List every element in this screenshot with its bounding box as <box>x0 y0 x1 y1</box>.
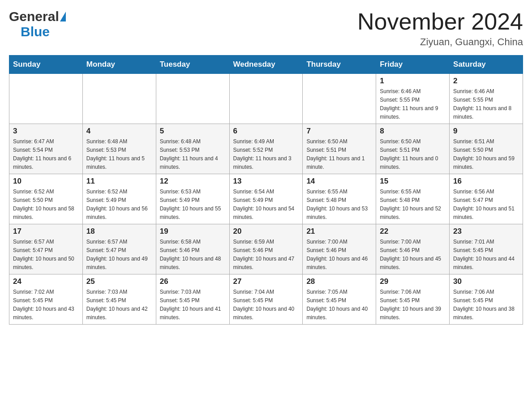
calendar-cell <box>156 74 229 124</box>
header-saturday: Saturday <box>450 56 523 74</box>
day-number: 18 <box>86 227 152 236</box>
calendar-cell: 13Sunrise: 6:54 AM Sunset: 5:49 PM Dayli… <box>229 174 303 224</box>
calendar-cell: 22Sunrise: 7:00 AM Sunset: 5:46 PM Dayli… <box>376 224 450 274</box>
day-info: Sunrise: 6:51 AM Sunset: 5:50 PM Dayligh… <box>453 138 515 170</box>
calendar-cell: 15Sunrise: 6:55 AM Sunset: 5:48 PM Dayli… <box>376 174 450 224</box>
day-info: Sunrise: 6:56 AM Sunset: 5:47 PM Dayligh… <box>453 188 515 220</box>
calendar-cell: 16Sunrise: 6:56 AM Sunset: 5:47 PM Dayli… <box>450 174 523 224</box>
day-number: 25 <box>86 277 152 286</box>
day-info: Sunrise: 6:48 AM Sunset: 5:53 PM Dayligh… <box>160 138 218 170</box>
header-tuesday: Tuesday <box>156 56 229 74</box>
day-info: Sunrise: 7:01 AM Sunset: 5:45 PM Dayligh… <box>453 239 515 270</box>
calendar-cell: 9Sunrise: 6:51 AM Sunset: 5:50 PM Daylig… <box>450 124 523 174</box>
day-info: Sunrise: 7:06 AM Sunset: 5:45 PM Dayligh… <box>380 289 441 321</box>
calendar-cell: 5Sunrise: 6:48 AM Sunset: 5:53 PM Daylig… <box>156 124 229 174</box>
day-number: 7 <box>306 127 372 136</box>
calendar-cell <box>82 74 156 124</box>
calendar-week-row: 24Sunrise: 7:02 AM Sunset: 5:45 PM Dayli… <box>9 274 523 325</box>
day-number: 5 <box>160 127 226 136</box>
day-info: Sunrise: 7:02 AM Sunset: 5:45 PM Dayligh… <box>13 289 74 321</box>
day-info: Sunrise: 6:52 AM Sunset: 5:50 PM Dayligh… <box>13 188 74 220</box>
day-number: 20 <box>233 227 299 236</box>
calendar-week-row: 3Sunrise: 6:47 AM Sunset: 5:54 PM Daylig… <box>9 124 523 174</box>
calendar-cell: 25Sunrise: 7:03 AM Sunset: 5:45 PM Dayli… <box>82 274 156 325</box>
day-number: 17 <box>13 227 79 236</box>
calendar-cell <box>229 74 303 124</box>
logo-general-text: General <box>9 9 59 24</box>
day-info: Sunrise: 6:59 AM Sunset: 5:46 PM Dayligh… <box>233 239 295 270</box>
calendar-week-row: 10Sunrise: 6:52 AM Sunset: 5:50 PM Dayli… <box>9 174 523 224</box>
calendar-cell: 3Sunrise: 6:47 AM Sunset: 5:54 PM Daylig… <box>9 124 83 174</box>
calendar-cell <box>303 74 376 124</box>
calendar-week-row: 1Sunrise: 6:46 AM Sunset: 5:55 PM Daylig… <box>9 74 523 124</box>
day-info: Sunrise: 6:48 AM Sunset: 5:53 PM Dayligh… <box>86 138 145 170</box>
day-number: 29 <box>380 277 446 286</box>
day-number: 14 <box>306 177 372 186</box>
calendar-cell: 26Sunrise: 7:03 AM Sunset: 5:45 PM Dayli… <box>156 274 229 325</box>
logo: General Blue <box>9 9 66 39</box>
calendar-cell: 7Sunrise: 6:50 AM Sunset: 5:51 PM Daylig… <box>303 124 376 174</box>
calendar-cell: 28Sunrise: 7:05 AM Sunset: 5:45 PM Dayli… <box>303 274 376 325</box>
day-info: Sunrise: 6:50 AM Sunset: 5:51 PM Dayligh… <box>380 138 438 170</box>
month-title: November 2024 <box>357 9 523 34</box>
logo-triangle-icon <box>60 12 66 21</box>
header-monday: Monday <box>82 56 156 74</box>
calendar-table: SundayMondayTuesdayWednesdayThursdayFrid… <box>9 55 523 325</box>
day-info: Sunrise: 7:06 AM Sunset: 5:45 PM Dayligh… <box>453 289 515 321</box>
day-info: Sunrise: 6:55 AM Sunset: 5:48 PM Dayligh… <box>306 188 368 220</box>
day-number: 30 <box>453 277 519 286</box>
calendar-cell: 12Sunrise: 6:53 AM Sunset: 5:49 PM Dayli… <box>156 174 229 224</box>
day-number: 13 <box>233 177 299 186</box>
day-info: Sunrise: 7:00 AM Sunset: 5:46 PM Dayligh… <box>380 239 441 270</box>
calendar-cell: 6Sunrise: 6:49 AM Sunset: 5:52 PM Daylig… <box>229 124 303 174</box>
day-info: Sunrise: 7:03 AM Sunset: 5:45 PM Dayligh… <box>86 289 148 321</box>
day-info: Sunrise: 6:55 AM Sunset: 5:48 PM Dayligh… <box>380 188 441 220</box>
day-info: Sunrise: 6:58 AM Sunset: 5:46 PM Dayligh… <box>160 239 221 270</box>
calendar-cell: 2Sunrise: 6:46 AM Sunset: 5:55 PM Daylig… <box>450 74 523 124</box>
day-number: 4 <box>86 127 152 136</box>
day-number: 8 <box>380 127 446 136</box>
day-number: 19 <box>160 227 226 236</box>
calendar-cell: 17Sunrise: 6:57 AM Sunset: 5:47 PM Dayli… <box>9 224 83 274</box>
day-info: Sunrise: 6:53 AM Sunset: 5:49 PM Dayligh… <box>160 188 221 220</box>
calendar-cell: 21Sunrise: 7:00 AM Sunset: 5:46 PM Dayli… <box>303 224 376 274</box>
day-info: Sunrise: 7:05 AM Sunset: 5:45 PM Dayligh… <box>306 289 368 321</box>
header-sunday: Sunday <box>9 56 83 74</box>
day-number: 22 <box>380 227 446 236</box>
day-info: Sunrise: 6:54 AM Sunset: 5:49 PM Dayligh… <box>233 188 295 220</box>
calendar-cell: 27Sunrise: 7:04 AM Sunset: 5:45 PM Dayli… <box>229 274 303 325</box>
day-info: Sunrise: 6:57 AM Sunset: 5:47 PM Dayligh… <box>13 239 74 270</box>
calendar-cell <box>9 74 83 124</box>
day-number: 12 <box>160 177 226 186</box>
day-number: 28 <box>306 277 372 286</box>
calendar-header-row: SundayMondayTuesdayWednesdayThursdayFrid… <box>9 56 523 74</box>
day-info: Sunrise: 7:04 AM Sunset: 5:45 PM Dayligh… <box>233 289 295 321</box>
day-number: 24 <box>13 277 79 286</box>
calendar-cell: 8Sunrise: 6:50 AM Sunset: 5:51 PM Daylig… <box>376 124 450 174</box>
day-info: Sunrise: 6:52 AM Sunset: 5:49 PM Dayligh… <box>86 188 148 220</box>
calendar-cell: 4Sunrise: 6:48 AM Sunset: 5:53 PM Daylig… <box>82 124 156 174</box>
day-number: 6 <box>233 127 299 136</box>
day-number: 23 <box>453 227 519 236</box>
day-number: 21 <box>306 227 372 236</box>
calendar-cell: 23Sunrise: 7:01 AM Sunset: 5:45 PM Dayli… <box>450 224 523 274</box>
day-info: Sunrise: 6:46 AM Sunset: 5:55 PM Dayligh… <box>453 88 511 120</box>
calendar-week-row: 17Sunrise: 6:57 AM Sunset: 5:47 PM Dayli… <box>9 224 523 274</box>
calendar-cell: 10Sunrise: 6:52 AM Sunset: 5:50 PM Dayli… <box>9 174 83 224</box>
calendar-cell: 30Sunrise: 7:06 AM Sunset: 5:45 PM Dayli… <box>450 274 523 325</box>
calendar-cell: 19Sunrise: 6:58 AM Sunset: 5:46 PM Dayli… <box>156 224 229 274</box>
calendar-cell: 24Sunrise: 7:02 AM Sunset: 5:45 PM Dayli… <box>9 274 83 325</box>
day-info: Sunrise: 6:50 AM Sunset: 5:51 PM Dayligh… <box>306 138 365 170</box>
header: General Blue November 2024 Ziyuan, Guang… <box>9 9 523 48</box>
day-info: Sunrise: 6:46 AM Sunset: 5:55 PM Dayligh… <box>380 88 438 120</box>
calendar-cell: 20Sunrise: 6:59 AM Sunset: 5:46 PM Dayli… <box>229 224 303 274</box>
day-number: 10 <box>13 177 79 186</box>
day-number: 9 <box>453 127 519 136</box>
title-area: November 2024 Ziyuan, Guangxi, China <box>357 9 523 48</box>
day-number: 26 <box>160 277 226 286</box>
calendar-cell: 18Sunrise: 6:57 AM Sunset: 5:47 PM Dayli… <box>82 224 156 274</box>
calendar-cell: 11Sunrise: 6:52 AM Sunset: 5:49 PM Dayli… <box>82 174 156 224</box>
day-number: 2 <box>453 77 519 86</box>
calendar-cell: 29Sunrise: 7:06 AM Sunset: 5:45 PM Dayli… <box>376 274 450 325</box>
day-info: Sunrise: 7:03 AM Sunset: 5:45 PM Dayligh… <box>160 289 221 321</box>
